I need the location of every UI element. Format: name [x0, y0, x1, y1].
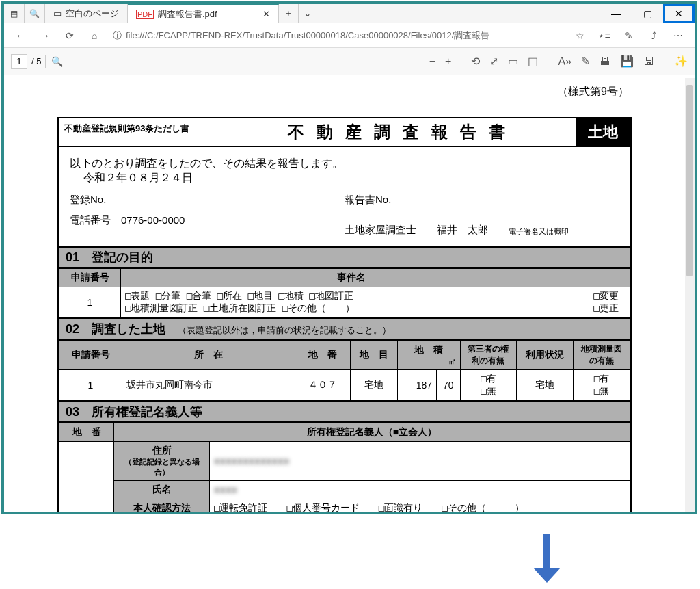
- s02-h6: 利用状況: [517, 341, 574, 370]
- share-button[interactable]: ⤴: [643, 26, 664, 45]
- s03-addr-label: 住所: [118, 445, 205, 457]
- s03-id-label: 本人確認方法: [114, 499, 210, 512]
- doc-title: 不動産調査報告書: [230, 118, 576, 146]
- s01-hdr-case: 事件名: [121, 269, 582, 287]
- s03-name-value: ■■■■: [210, 481, 630, 499]
- form-number: （様式第9号）: [57, 85, 632, 99]
- zoom-out-icon[interactable]: −: [429, 55, 435, 68]
- surveyor-name: 福井 太郎: [437, 224, 488, 237]
- section-02: 02 調査した土地 （表題登記以外は，申請前の状況を記載すること。）: [59, 318, 630, 340]
- url-field[interactable]: ⓘ file:///C:/FCAPP/TREND-REX/TrustData/T…: [108, 26, 566, 45]
- s02-r3: 宅地: [350, 370, 397, 401]
- forward-button[interactable]: →: [34, 26, 56, 45]
- s02-h4: 地 積: [402, 344, 456, 356]
- s02-h3: 地 目: [350, 341, 397, 370]
- find-icon[interactable]: 🔍: [46, 52, 68, 71]
- s01-no: 1: [59, 287, 121, 318]
- report-date: 令和２年０８月２４日: [83, 171, 619, 185]
- info-icon: ⓘ: [113, 29, 122, 42]
- draw-icon[interactable]: ✎: [581, 55, 590, 68]
- print-icon[interactable]: 🖶: [600, 55, 610, 68]
- pdf-viewport: （様式第9号） 不動産登記規則第93条ただし書 不動産調査報告書 土地 以下のと…: [4, 78, 685, 512]
- tab-search-icon[interactable]: 🔍: [25, 4, 45, 23]
- s03-id-opts: □運転免許証 □個人番号カード □面識有り □その他（ ）: [210, 499, 630, 512]
- back-button[interactable]: ←: [10, 26, 31, 45]
- titlebar: ▤ 🔍 ▭空白のページ PDF 調査報告書.pdf ✕ ＋ ⌄ ― ▢ ✕: [4, 4, 695, 23]
- notes-button[interactable]: ✎: [618, 26, 640, 45]
- more-button[interactable]: ⋯: [667, 26, 689, 45]
- tab-dropdown[interactable]: ⌄: [299, 4, 317, 23]
- s02-h2: 地 番: [295, 341, 351, 370]
- s03-name-label: 氏名: [114, 481, 210, 499]
- scroll-thumb[interactable]: [686, 85, 693, 276]
- tel-label: 電話番号: [70, 214, 111, 226]
- fullscreen-icon[interactable]: ⤢: [489, 55, 498, 68]
- close-button[interactable]: ✕: [663, 4, 695, 23]
- s01-right: □変更 □更正: [582, 287, 630, 318]
- s01-checks: □表題 □分筆 □合筆 □所在 □地目 □地積 □地図訂正 □地積測量図訂正 □…: [121, 287, 582, 318]
- tools-icon[interactable]: ✨: [674, 55, 688, 68]
- pdf-page-total: / 5: [31, 56, 41, 66]
- read-aloud-icon[interactable]: A»: [558, 55, 571, 68]
- s02-h5: 第三者の権利の有無: [460, 341, 517, 370]
- tel-value: 0776-00-0000: [121, 214, 185, 226]
- s03-addr-value: ■■■■■■■■■■■■■: [210, 442, 630, 481]
- scrollbar[interactable]: [685, 78, 695, 512]
- rotate-icon[interactable]: ⟲: [471, 55, 480, 68]
- fit-page-icon[interactable]: ▭: [508, 55, 518, 68]
- s02-h7: 地積測量図の有無: [574, 341, 630, 370]
- layout-icon[interactable]: ◫: [528, 55, 538, 68]
- pdf-toolbar: / 5 🔍 − + ⟲ ⤢ ▭ ◫ A» ✎ 🖶 💾 🖫 ✨: [4, 48, 695, 75]
- intro-text: 以下のとおり調査をしたので、その結果を報告します。: [70, 157, 619, 171]
- maximize-button[interactable]: ▢: [632, 4, 663, 23]
- doc-type-badge: 土地: [576, 118, 630, 146]
- favorites-list-button[interactable]: ⋆≡: [593, 26, 615, 45]
- address-bar: ← → ⟳ ⌂ ⓘ file:///C:/FCAPP/TREND-REX/Tru…: [4, 23, 695, 48]
- zoom-in-icon[interactable]: +: [445, 55, 451, 68]
- tab-pdf[interactable]: PDF 調査報告書.pdf ✕: [128, 4, 279, 23]
- refresh-button[interactable]: ⟳: [59, 26, 81, 45]
- save-as-icon[interactable]: 🖫: [643, 55, 654, 68]
- report-no-label: 報告書No.: [345, 194, 391, 205]
- s02-r5: 70: [437, 370, 461, 401]
- minimize-button[interactable]: ―: [600, 4, 632, 23]
- pdf-page-input[interactable]: [11, 54, 27, 69]
- s02-r2: ４０７: [295, 370, 351, 401]
- tab-close-icon[interactable]: ✕: [262, 9, 270, 19]
- tab-blank[interactable]: ▭空白のページ: [45, 4, 128, 23]
- s01-hdr-no: 申請番号: [59, 269, 121, 287]
- section-03: 03 所有権登記名義人等: [59, 401, 630, 423]
- signature-note: 電子署名又は職印: [509, 226, 569, 237]
- favorite-button[interactable]: ☆: [569, 26, 591, 45]
- pdf-icon: PDF: [136, 10, 154, 19]
- s02-r8: □有 □無: [574, 370, 630, 401]
- s02-r4: 187: [397, 370, 437, 401]
- s02-r6: □有 □無: [460, 370, 517, 401]
- home-button[interactable]: ⌂: [83, 26, 105, 45]
- s02-r7: 宅地: [517, 370, 574, 401]
- reg-no-label: 登録No.: [70, 194, 106, 205]
- s02-h1: 所 在: [122, 341, 295, 370]
- s03-chiban: 地 番: [59, 423, 114, 442]
- s03-owner: 所有権登記名義人（■立会人）: [114, 423, 630, 442]
- section-01: 01 登記の目的: [59, 246, 630, 268]
- save-icon[interactable]: 💾: [620, 55, 634, 68]
- s02-h0: 申請番号: [59, 341, 122, 370]
- surveyor-label: 土地家屋調査士: [345, 224, 416, 237]
- tab-menu-icon[interactable]: ▤: [4, 4, 25, 23]
- s02-r1: 坂井市丸岡町南今市: [122, 370, 295, 401]
- new-tab-button[interactable]: ＋: [279, 4, 299, 23]
- s02-r0: 1: [59, 370, 122, 401]
- rule-label: 不動産登記規則第93条ただし書: [59, 118, 230, 146]
